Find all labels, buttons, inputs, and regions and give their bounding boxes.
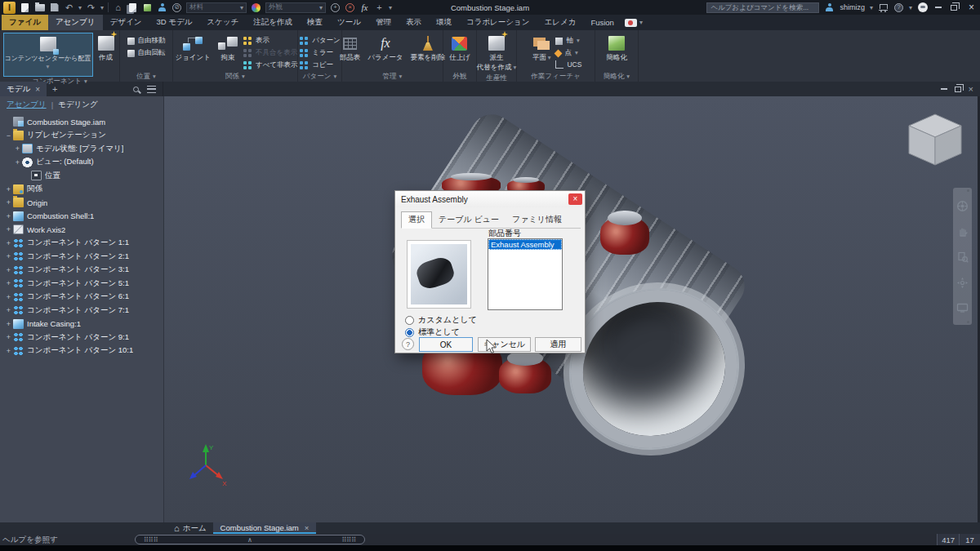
ribbon-tab-ファイル[interactable]: ファイル: [2, 15, 48, 30]
tree-item[interactable]: +関係: [0, 183, 163, 197]
component-icon[interactable]: [142, 2, 153, 13]
expand-icon[interactable]: +: [4, 239, 13, 247]
expand-icon[interactable]: +: [4, 252, 13, 260]
screencast-caret-icon[interactable]: ▾: [639, 19, 643, 26]
tree-item[interactable]: +Combustion Shell:1: [0, 210, 163, 224]
ribbon-tab-スケッチ[interactable]: スケッチ: [199, 15, 246, 30]
ribbon-tab-Fusion[interactable]: Fusion: [583, 15, 621, 30]
save-icon[interactable]: [49, 2, 60, 13]
expand-icon[interactable]: +: [4, 185, 13, 193]
assistant-icon[interactable]: [917, 2, 928, 13]
browser-mode-assembly[interactable]: アセンブリ: [7, 100, 47, 110]
tree-item[interactable]: +コンポーネント パターン 7:1: [0, 304, 163, 318]
browser-tab-model[interactable]: モデル ×: [0, 82, 47, 96]
ribbon-tab-ツール[interactable]: ツール: [330, 15, 368, 30]
view-cube[interactable]: [902, 108, 968, 173]
no-entry-icon[interactable]: ⊘: [172, 2, 182, 13]
panel-title-relationships[interactable]: 関係▾: [173, 71, 297, 82]
point-button[interactable]: 点▾: [555, 48, 581, 58]
ribbon-tab-管理[interactable]: 管理: [368, 15, 399, 30]
model-red-assembly[interactable]: [600, 217, 649, 255]
new-file-icon[interactable]: [20, 2, 30, 13]
expand-icon[interactable]: +: [4, 266, 13, 274]
dialog-tab-selection[interactable]: 選択: [401, 211, 432, 229]
dialog-close-button[interactable]: ×: [568, 193, 582, 205]
close-document-icon[interactable]: ×: [305, 523, 310, 532]
expand-icon[interactable]: +: [4, 306, 13, 314]
list-item-selected[interactable]: Exhaust Assembly: [488, 239, 562, 250]
expand-icon[interactable]: +: [4, 293, 13, 301]
expand-icon[interactable]: +: [4, 320, 13, 328]
dialog-tab-family-info[interactable]: ファミリ情報: [506, 212, 568, 228]
user-menu-caret-icon[interactable]: ▾: [870, 4, 873, 11]
expand-icon[interactable]: +: [4, 279, 13, 287]
joint-button[interactable]: ジョイント: [172, 33, 213, 64]
tree-item[interactable]: +コンポーネント パターン 10:1: [0, 344, 163, 358]
user-avatar-icon[interactable]: [824, 2, 835, 13]
constrain-button[interactable]: 拘束: [216, 33, 240, 64]
pattern-button[interactable]: パターン: [299, 36, 341, 46]
tree-item[interactable]: +ビュー: (Default): [0, 156, 163, 170]
doc-minimize-icon[interactable]: [941, 88, 947, 90]
redo-caret-icon[interactable]: ▾: [100, 4, 104, 11]
copy-icon[interactable]: [127, 2, 138, 13]
ribbon-tab-検査[interactable]: 検査: [300, 15, 330, 30]
tree-item[interactable]: +Work Axis2: [0, 223, 163, 237]
parameters-button[interactable]: fx パラメータ: [365, 33, 405, 64]
open-file-icon[interactable]: [34, 2, 45, 13]
radio-custom-circle-icon[interactable]: [405, 316, 414, 325]
axis-button[interactable]: 軸▾: [555, 36, 581, 46]
ribbon-tab-デザイン[interactable]: デザイン: [103, 15, 149, 30]
user-group-icon[interactable]: [157, 2, 167, 13]
home-view-icon[interactable]: ⌂: [113, 2, 123, 13]
ribbon-tab-エレメカ[interactable]: エレメカ: [537, 15, 584, 30]
material-select[interactable]: 材料▾: [186, 2, 247, 13]
minimize-button[interactable]: [933, 2, 943, 13]
dialog-tab-table-view[interactable]: テーブル ビュー: [432, 212, 506, 228]
doc-close-icon[interactable]: ×: [969, 85, 973, 94]
tree-item[interactable]: 位置: [0, 169, 163, 183]
redo-icon[interactable]: ↷: [86, 2, 96, 13]
panel-title-pattern[interactable]: パターン▾: [298, 71, 341, 82]
browser-mode-modeling[interactable]: モデリング: [58, 100, 98, 110]
tree-item[interactable]: +モデル状態: [プライマリ]: [0, 142, 163, 156]
tree-item[interactable]: +コンポーネント パターン 6:1: [0, 291, 163, 304]
expand-icon[interactable]: +: [4, 347, 13, 355]
expand-icon[interactable]: +: [13, 144, 22, 153]
finish-button[interactable]: 仕上げ: [447, 33, 473, 64]
show-sick-button[interactable]: 不具合を表示: [243, 48, 298, 58]
doc-restore-icon[interactable]: [955, 87, 961, 92]
viewport-canvas[interactable]: Y X Exhaust Assembly × 選択 テーブル ビュー ファミリ情…: [164, 96, 978, 522]
plane-button[interactable]: 平面▾: [530, 33, 554, 64]
close-browser-tab-icon[interactable]: ×: [35, 85, 40, 94]
appearance-select[interactable]: 外観▾: [265, 2, 326, 13]
tree-item[interactable]: +Intake Casing:1: [0, 318, 163, 331]
tree-item[interactable]: +コンポーネント パターン 9:1: [0, 331, 163, 344]
ribbon-tab-コラボレーション[interactable]: コラボレーション: [459, 15, 537, 30]
tree-item[interactable]: +コンポーネント パターン 5:1: [0, 277, 163, 291]
close-button[interactable]: ×: [966, 2, 977, 13]
search-icon[interactable]: [133, 87, 139, 92]
collapse-icon[interactable]: −: [4, 131, 13, 140]
restore-button[interactable]: [948, 2, 959, 13]
ribbon-tab-アセンブリ[interactable]: アセンブリ: [48, 15, 103, 30]
panel-title-simplify[interactable]: 簡略化▾: [595, 71, 638, 82]
model-red-assembly[interactable]: [499, 358, 551, 393]
ribbon-tab-注記を作成[interactable]: 注記を作成: [246, 15, 300, 30]
ribbon-tab-環境[interactable]: 環境: [429, 15, 459, 30]
browser-menu-icon[interactable]: [147, 86, 156, 93]
bom-button[interactable]: 部品表: [337, 33, 363, 64]
dialog-title[interactable]: Exhaust Assembly: [395, 191, 585, 207]
help-caret-icon[interactable]: ▾: [909, 4, 912, 11]
show-relationships-button[interactable]: 表示: [243, 36, 298, 46]
tree-item[interactable]: Combustion Stage.iam: [0, 115, 163, 129]
panel-title-position[interactable]: 位置▾: [120, 71, 172, 82]
add-browser-tab-button[interactable]: +: [47, 82, 63, 96]
pan-hand-icon[interactable]: [957, 226, 969, 238]
expand-icon[interactable]: +: [4, 333, 13, 341]
color-wheel-icon[interactable]: [251, 2, 261, 13]
zoom-icon[interactable]: [957, 251, 969, 263]
radio-as-standard[interactable]: 標準として: [405, 327, 460, 338]
tree-item[interactable]: +コンポーネント パターン 2:1: [0, 250, 163, 264]
ok-button[interactable]: OK: [419, 337, 473, 352]
